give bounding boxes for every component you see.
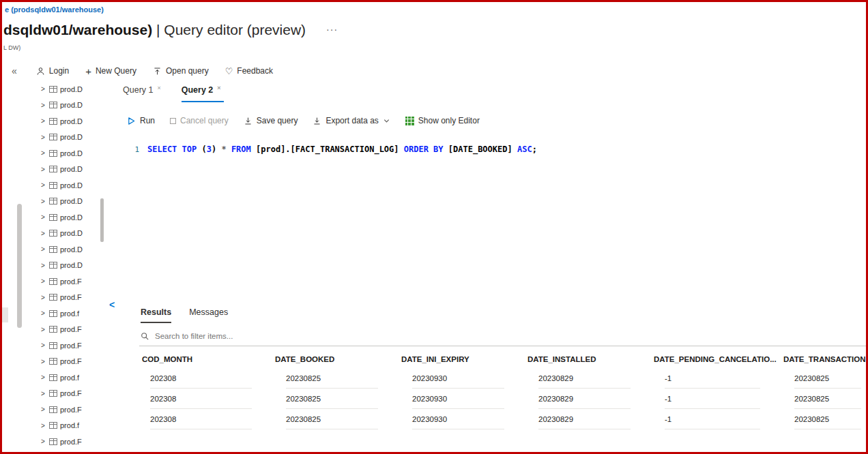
table-icon <box>49 134 57 140</box>
chevron-right-icon[interactable]: > <box>41 277 46 285</box>
tree-item[interactable]: >prod.D <box>41 226 117 242</box>
table-row[interactable]: 202308202308252023093020230829-120230825 <box>121 410 868 430</box>
cancel-query-button[interactable]: Cancel query <box>170 116 229 125</box>
column-header[interactable]: COD_MONTH <box>121 348 275 369</box>
tree-item[interactable]: >prod.F <box>41 434 117 450</box>
chevron-right-icon[interactable]: > <box>41 166 46 173</box>
table-icon <box>49 118 57 125</box>
query-tab[interactable]: Query 2× <box>182 81 224 102</box>
tree-item[interactable]: >prod.D <box>41 258 117 274</box>
tree-item[interactable]: >prod.F <box>41 354 117 370</box>
chevron-right-icon[interactable]: > <box>41 230 46 237</box>
login-button[interactable]: Login <box>36 66 69 76</box>
tree-item[interactable]: >prod.f <box>41 305 117 322</box>
chevron-right-icon[interactable]: > <box>41 342 46 349</box>
more-options-button[interactable]: ··· <box>326 24 338 35</box>
feedback-button[interactable]: ♡ Feedback <box>225 66 273 76</box>
query-tab-label: Query 1 <box>123 85 153 95</box>
chevron-right-icon[interactable]: > <box>41 390 46 397</box>
show-only-editor-button[interactable]: Show only Editor <box>405 116 480 125</box>
tab-results[interactable]: Results <box>141 307 171 323</box>
close-icon[interactable]: × <box>157 85 160 91</box>
chevron-right-icon[interactable]: > <box>41 181 46 189</box>
tree-item[interactable]: >prod.f <box>41 418 117 434</box>
sql-editor[interactable]: 1 SELECT TOP (3) * FROM [prod].[FACT_TRA… <box>121 135 868 282</box>
left-vertical-scrollbar[interactable] <box>17 204 22 328</box>
tree-item-label: prod.F <box>60 342 82 350</box>
new-query-button[interactable]: + New Query <box>85 66 136 76</box>
table-cell: -1 <box>654 369 783 389</box>
breadcrumb-link[interactable]: e (prodsqldw01/warehouse) <box>5 5 104 14</box>
person-icon <box>36 67 45 76</box>
chevron-right-icon[interactable]: > <box>41 117 46 125</box>
tree-item[interactable]: >prod.D <box>41 97 117 114</box>
tree-item-label: prod.f <box>60 374 79 382</box>
collapse-menu-icon[interactable]: « <box>12 65 17 76</box>
table-row[interactable]: 202308202308252023093020230829-120230825 <box>121 369 868 389</box>
table-cell: 20230825 <box>783 389 868 410</box>
chevron-right-icon[interactable]: > <box>41 326 46 333</box>
tree-item[interactable]: >prod.F <box>41 337 117 354</box>
tree-item[interactable]: >prod.D <box>41 162 117 178</box>
tree-item[interactable]: >prod.D <box>41 241 117 258</box>
grid-icon <box>405 117 414 125</box>
tree-scrollbar-thumb[interactable] <box>100 198 104 242</box>
tree-item[interactable]: >prod.D <box>41 81 117 97</box>
chevron-right-icon[interactable]: > <box>41 149 46 157</box>
sql-token: 3 <box>207 145 212 154</box>
chevron-right-icon[interactable]: > <box>41 374 46 381</box>
tree-item[interactable]: >prod.F <box>41 386 117 402</box>
run-button[interactable]: Run <box>127 116 155 125</box>
chevron-right-icon[interactable]: > <box>41 262 46 269</box>
save-query-button[interactable]: Save query <box>244 116 298 125</box>
column-header[interactable]: DATE_INSTALLED <box>527 348 654 369</box>
close-icon[interactable]: × <box>217 85 220 91</box>
tree-item[interactable]: >prod.D <box>41 177 117 194</box>
tree-item[interactable]: >prod.F <box>41 322 117 338</box>
tree-item[interactable]: >prod.D <box>41 130 117 146</box>
column-header[interactable]: DATE_TRANSACTION <box>783 348 868 369</box>
tree-item-label: prod.F <box>60 406 82 414</box>
table-row[interactable]: 202308202308252023093020230829-120230825 <box>121 389 868 410</box>
column-header[interactable]: DATE_INI_EXPIRY <box>401 348 527 369</box>
search-input[interactable] <box>154 331 868 341</box>
chevron-right-icon[interactable]: > <box>41 294 46 301</box>
open-query-button[interactable]: Open query <box>153 66 209 76</box>
chevron-right-icon[interactable]: > <box>41 102 46 109</box>
chevron-right-icon[interactable]: > <box>41 85 46 93</box>
tree-item[interactable]: >prod.F <box>41 402 117 418</box>
chevron-right-icon[interactable]: > <box>41 358 46 365</box>
tree-item[interactable]: >prod.F <box>41 290 117 306</box>
chevron-right-icon[interactable]: > <box>41 406 46 413</box>
results-body: 202308202308252023093020230829-120230825… <box>121 369 868 430</box>
sql-code: SELECT TOP (3) * FROM [prod].[FACT_TRANS… <box>147 145 537 154</box>
table-icon <box>49 358 57 365</box>
tree-item[interactable]: >prod.D <box>41 145 117 162</box>
tree-item-label: prod.D <box>60 149 83 157</box>
tree-item[interactable]: >prod. <box>41 450 117 453</box>
tree-item[interactable]: >prod.D <box>41 209 117 226</box>
tab-messages[interactable]: Messages <box>189 307 228 323</box>
sql-token <box>227 145 231 154</box>
column-header[interactable]: DATE_BOOKED <box>275 348 401 369</box>
upload-icon <box>153 67 162 76</box>
chevron-right-icon[interactable]: > <box>41 422 46 429</box>
download-icon <box>244 117 252 125</box>
tree-item[interactable]: >prod.f <box>41 369 117 386</box>
chevron-right-icon[interactable]: > <box>41 309 46 317</box>
table-icon <box>49 182 57 189</box>
chevron-right-icon[interactable]: > <box>41 213 46 221</box>
sql-token: [prod].[FACT_TRANSACTION_LOG] <box>251 145 404 154</box>
tree-item[interactable]: >prod.D <box>41 194 117 210</box>
tree-item[interactable]: >prod.D <box>41 113 117 130</box>
chevron-right-icon[interactable]: > <box>41 198 46 205</box>
query-tab[interactable]: Query 1× <box>123 81 164 102</box>
chevron-right-icon[interactable]: > <box>41 438 46 445</box>
export-data-button[interactable]: Export data as <box>313 116 390 125</box>
tree-item-label: prod.F <box>60 325 82 333</box>
chevron-right-icon[interactable]: > <box>41 134 46 141</box>
column-header[interactable]: DATE_PENDING_CANCELATIO... <box>654 348 783 369</box>
collapse-results-chevron-icon[interactable]: < <box>109 299 115 310</box>
chevron-right-icon[interactable]: > <box>41 245 46 253</box>
tree-item[interactable]: >prod.F <box>41 273 117 290</box>
